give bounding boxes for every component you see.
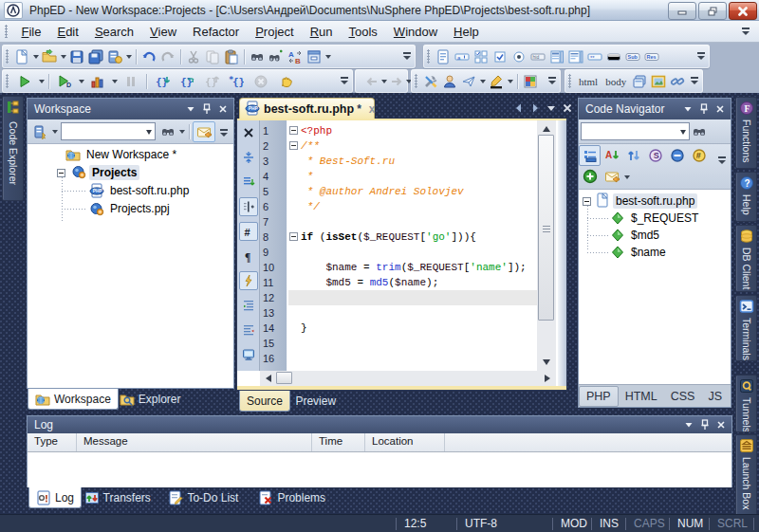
toolbar-grip[interactable] <box>6 49 9 64</box>
accounts-icon[interactable] <box>440 71 459 92</box>
tree-item-best-soft.ru.php[interactable]: best-soft.ru.php <box>579 193 697 210</box>
sidebar-tab-launch-box[interactable]: Launch Box <box>735 434 757 525</box>
log-tab-log[interactable]: Log <box>28 487 82 508</box>
nav-plus-icon[interactable] <box>579 166 601 187</box>
menu-item-search[interactable]: Search <box>86 22 141 42</box>
form-button-icon[interactable] <box>604 46 623 67</box>
open-folder-icon[interactable] <box>40 46 59 67</box>
image-icon[interactable] <box>649 71 668 92</box>
vscrollbar-thumb[interactable] <box>538 135 554 321</box>
form-checkgroup-icon[interactable] <box>472 46 491 67</box>
es-close-icon[interactable] <box>239 123 258 142</box>
step-out-icon[interactable]: {} <box>199 71 224 92</box>
workspace-tab-workspace[interactable]: Workspace <box>28 389 119 410</box>
sidebar-tab-code-explorer[interactable]: Code Explorer <box>2 96 24 201</box>
es-quick-syntax-icon[interactable] <box>239 271 258 290</box>
log-column-location[interactable]: Location <box>365 433 445 451</box>
pause-icon[interactable] <box>119 71 143 92</box>
workspace-panel-titlebar[interactable]: Workspace <box>28 99 233 119</box>
editor-tab-source[interactable]: Source <box>239 391 290 412</box>
replace-icon[interactable]: AB <box>286 46 305 67</box>
navigator-panel-titlebar[interactable]: Code Navigator <box>579 99 731 119</box>
dropdown-arrow-icon[interactable] <box>110 71 119 92</box>
log-tab-transfers[interactable]: Transfers <box>78 487 157 508</box>
deploy-icon[interactable] <box>459 71 478 92</box>
nav-s-icon[interactable]: S <box>644 145 666 166</box>
menu-overflow-chevron[interactable] <box>741 27 751 37</box>
menu-arrow-icon[interactable] <box>684 420 694 430</box>
toolbar-overflow-chevron[interactable] <box>696 51 707 62</box>
paste-icon[interactable] <box>222 46 241 67</box>
toolbar-overflow-chevron[interactable] <box>547 76 558 86</box>
dropdown-arrow-icon[interactable] <box>37 71 46 92</box>
workspace-tab-explorer[interactable]: Explorer <box>113 389 188 410</box>
toolbar-grip[interactable] <box>568 74 571 88</box>
workspace-options-icon[interactable] <box>31 121 50 142</box>
toolbar-overflow-chevron[interactable] <box>402 51 413 62</box>
tree-item-projects[interactable]: Projects <box>28 164 139 181</box>
undo-icon[interactable] <box>139 46 158 67</box>
dropdown-arrow-icon[interactable] <box>59 46 67 67</box>
form-submit-icon[interactable]: Sub <box>623 46 642 67</box>
redo-icon[interactable] <box>158 46 177 67</box>
hscrollbar-thumb[interactable] <box>276 372 292 384</box>
copy-icon[interactable] <box>203 46 222 67</box>
es-line-numbers-icon[interactable]: # <box>239 222 258 241</box>
menu-item-file[interactable]: File <box>13 22 49 42</box>
navigator-tab-js[interactable]: JS <box>701 387 729 406</box>
step-over-icon[interactable]: {} <box>175 71 199 92</box>
workspace-options-dropdown[interactable] <box>50 121 59 142</box>
tree-item-projects.ppj[interactable]: Projects.ppj <box>28 200 173 217</box>
clone-view-icon[interactable] <box>630 71 649 92</box>
menu-item-project[interactable]: Project <box>248 22 302 42</box>
settings-icon[interactable] <box>421 71 440 92</box>
nav-list-icon[interactable] <box>579 145 601 166</box>
embedded-window-icon[interactable] <box>305 46 324 67</box>
binoculars-icon[interactable] <box>690 121 709 142</box>
log-panel-titlebar[interactable]: Log <box>28 416 731 433</box>
run-to-cursor-icon[interactable]: *{} <box>224 71 249 92</box>
save-icon[interactable] <box>67 46 86 67</box>
menu-arrow-icon[interactable] <box>186 104 195 114</box>
menu-item-window[interactable]: Window <box>385 22 445 42</box>
link-icon[interactable] <box>668 71 687 92</box>
close-icon[interactable] <box>715 104 725 114</box>
dropdown-arrow-icon[interactable] <box>506 71 514 92</box>
sidebar-tab-terminals[interactable]: Terminals <box>735 295 757 361</box>
nusphere-logo-icon[interactable] <box>4 2 23 19</box>
toolbar-grip[interactable] <box>427 49 430 64</box>
dropdown-arrow-icon[interactable] <box>124 46 133 67</box>
sidebar-tab-help[interactable]: ?Help <box>735 172 757 222</box>
colors-icon[interactable] <box>521 71 540 92</box>
sidebar-tab-db-client[interactable]: DB Client <box>735 225 757 292</box>
pin-icon[interactable] <box>699 103 709 115</box>
menu-item-view[interactable]: View <box>142 22 185 42</box>
tree-expander-icon[interactable] <box>583 197 591 206</box>
toolbar-button-body[interactable]: body <box>602 71 630 92</box>
nav-updown-icon[interactable] <box>622 145 644 166</box>
pin-icon[interactable] <box>202 103 212 115</box>
profiler-icon[interactable] <box>85 71 110 92</box>
form-listbox-icon[interactable] <box>547 46 566 67</box>
workspace-toolbar-chevron[interactable] <box>219 128 230 138</box>
document-close-icon[interactable]: x <box>369 102 376 116</box>
run-debugger-icon[interactable]: D <box>52 71 77 92</box>
navigator-search-input[interactable] <box>581 122 690 140</box>
toolbar-grip[interactable] <box>6 74 9 88</box>
back-icon[interactable] <box>362 71 381 92</box>
menu-item-edit[interactable]: Edit <box>49 22 86 42</box>
es-indent-icon[interactable] <box>239 296 258 315</box>
editor-code-area[interactable]: <?php/** * Best-Soft.ru * * @author Andr… <box>288 120 537 371</box>
dropdown-arrow-icon[interactable] <box>77 71 85 92</box>
tree-item-_request[interactable]: $_REQUEST <box>579 210 701 227</box>
sort-az-icon[interactable]: A <box>601 145 622 166</box>
step-in-icon[interactable]: {} <box>150 71 175 92</box>
log-column-type[interactable]: Type <box>28 433 77 451</box>
cut-icon[interactable] <box>184 46 203 67</box>
find-icon[interactable] <box>248 46 267 67</box>
editor-vscrollbar[interactable] <box>537 120 556 371</box>
form-reset-icon[interactable]: Res <box>642 46 661 67</box>
fold-marker-icon[interactable] <box>289 232 298 241</box>
es-invisibles-icon[interactable]: ¶ <box>239 247 258 266</box>
tree-expander-icon[interactable] <box>57 169 65 177</box>
